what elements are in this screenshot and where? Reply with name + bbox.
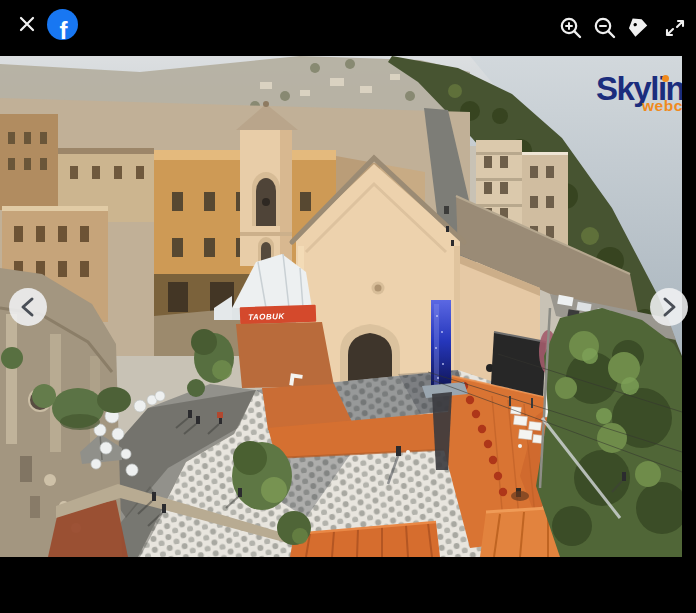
photo-viewport: TAOBUK [0,56,682,557]
chevron-right-icon [650,288,688,326]
next-photo-button[interactable] [650,288,688,326]
zoom-out-button[interactable] [591,14,619,42]
tag-photo-button[interactable] [625,14,653,42]
skyline-watermark: Skyline webcams [596,72,682,114]
tag-icon [625,14,653,42]
chevron-left-icon [9,288,47,326]
previous-photo-button[interactable] [9,288,47,326]
fullscreen-icon [661,14,689,42]
facebook-f-letter: f [60,19,68,40]
zoom-in-button[interactable] [557,14,585,42]
close-button[interactable] [16,13,38,35]
watermark-i-dot [662,75,669,82]
webcam-scene: TAOBUK [0,56,682,557]
watermark-sub: webcams [642,98,682,114]
close-icon [16,13,38,35]
fullscreen-button[interactable] [661,14,689,42]
zoom-in-icon [557,14,585,42]
facebook-logo[interactable]: f [47,9,78,40]
taobuk-banner-text: TAOBUK [248,312,286,322]
zoom-out-icon [591,14,619,42]
viewer-top-bar: f [0,0,696,56]
